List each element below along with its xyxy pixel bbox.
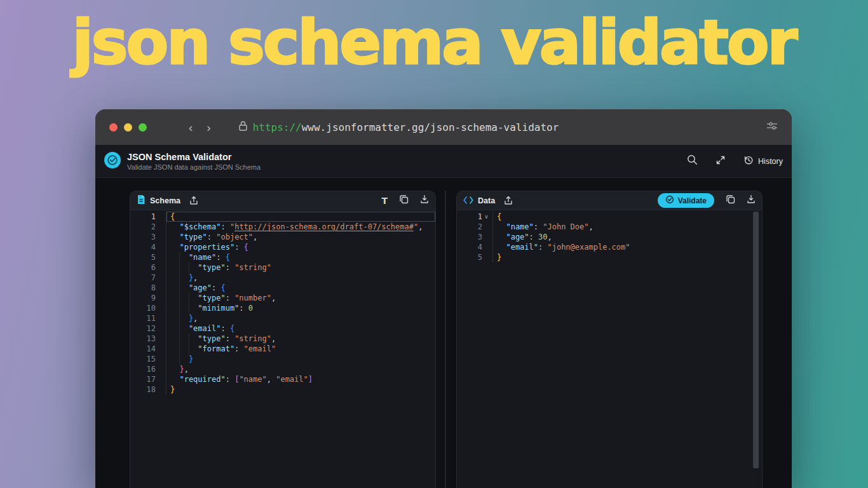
code-line[interactable]: 9 "type": "number",	[130, 293, 435, 303]
data-copy-button[interactable]	[726, 194, 735, 207]
data-editor[interactable]: 1∨{2 "name": "John Doe",3 "age": 30,4 "e…	[457, 210, 762, 488]
code-line[interactable]: 18}	[130, 384, 435, 395]
line-number: 14	[130, 344, 166, 354]
history-button[interactable]: History	[743, 155, 783, 167]
schema-editor[interactable]: 1{2 "$schema": "http://json-schema.org/d…	[130, 210, 435, 488]
code-line[interactable]: 12 "email": {	[130, 323, 435, 334]
search-icon[interactable]	[687, 154, 698, 168]
code-line[interactable]: 3 "age": 30,	[457, 232, 762, 242]
app-header: JSON Schema Validator Validate JSON data…	[95, 145, 792, 178]
schema-panel-header: Schema T	[130, 191, 435, 210]
code-line[interactable]: 3 "type": "object",	[130, 232, 435, 242]
schema-download-button[interactable]	[420, 194, 429, 207]
scrollbar-thumb[interactable]	[753, 212, 759, 468]
code-line[interactable]: 11 },	[130, 313, 435, 323]
back-icon[interactable]: ‹	[189, 121, 193, 133]
code-line[interactable]: 10 "minimum": 0	[130, 303, 435, 313]
schema-panel: Schema T 1{2 "$schema": "http://json-sch…	[130, 191, 436, 488]
schema-upload-button[interactable]	[189, 196, 198, 205]
browser-window: ‹ › https://www.jsonformatter.gg/json-sc…	[95, 109, 792, 488]
browser-titlebar: ‹ › https://www.jsonformatter.gg/json-sc…	[95, 109, 792, 145]
code-line[interactable]: 2 "$schema": "http://json-schema.org/dra…	[130, 222, 435, 232]
forward-icon[interactable]: ›	[207, 121, 210, 133]
code-line[interactable]: 2 "name": "John Doe",	[457, 222, 762, 232]
data-upload-button[interactable]	[504, 196, 513, 205]
history-label: History	[758, 157, 783, 166]
code-line[interactable]: 7 },	[130, 273, 435, 283]
code-line[interactable]: 6 "type": "string"	[130, 262, 435, 273]
code-brackets-icon	[463, 195, 473, 207]
fold-chevron-icon[interactable]: ∨	[482, 212, 491, 222]
line-number: 10	[130, 303, 166, 313]
code-line[interactable]: 16 },	[130, 364, 435, 374]
line-number: 4	[130, 242, 166, 252]
line-number: 1	[130, 212, 166, 222]
data-panel-title: Data	[478, 196, 495, 205]
code-line[interactable]: 1{	[130, 212, 435, 222]
window-control-maximize[interactable]	[139, 123, 147, 132]
line-number: 3	[457, 232, 493, 242]
code-line[interactable]: 5 "name": {	[130, 252, 435, 262]
code-line[interactable]: 14 "format": "email"	[130, 344, 435, 354]
code-line[interactable]: 5}	[457, 252, 762, 262]
data-download-button[interactable]	[747, 194, 756, 207]
line-number: 2	[457, 222, 493, 232]
code-line[interactable]: 13 "type": "string",	[130, 334, 435, 344]
line-number: 2	[130, 222, 166, 232]
line-number: 9	[130, 293, 166, 303]
line-number: 17	[130, 374, 166, 384]
expand-icon[interactable]	[715, 155, 726, 168]
code-line[interactable]: 1∨{	[457, 212, 762, 222]
app-title: JSON Schema Validator	[127, 152, 261, 162]
browser-settings-button[interactable]	[766, 121, 778, 133]
address-bar[interactable]: https://www.jsonformatter.gg/json-schema…	[239, 121, 559, 133]
line-number: 6	[130, 262, 166, 273]
line-number: 8	[130, 283, 166, 293]
line-number: 5	[130, 252, 166, 262]
schema-file-icon	[137, 194, 146, 207]
line-number: 11	[130, 313, 166, 323]
history-icon	[743, 155, 754, 167]
schema-copy-button[interactable]	[399, 194, 409, 207]
line-number: 4	[457, 242, 493, 252]
app-content: Schema T 1{2 "$schema": "http://json-sch…	[95, 178, 792, 488]
window-control-close[interactable]	[109, 123, 118, 132]
line-number: 15	[130, 354, 166, 364]
app-subtitle: Validate JSON data against JSON Schema	[127, 163, 261, 171]
panel-resizer[interactable]	[445, 191, 446, 488]
data-panel-header: Data Validate	[457, 191, 762, 210]
page-title: json schema validator	[0, 6, 868, 78]
format-text-button[interactable]: T	[381, 196, 388, 206]
url-scheme: https://	[253, 121, 302, 133]
window-control-minimize[interactable]	[124, 123, 132, 132]
validate-check-icon	[665, 195, 674, 206]
code-line[interactable]: 4 "properties": {	[130, 242, 435, 252]
code-line[interactable]: 4 "email": "john@example.com"	[457, 242, 762, 252]
code-line[interactable]: 8 "age": {	[130, 283, 435, 293]
line-number: 1∨	[457, 212, 493, 222]
line-number: 13	[130, 334, 166, 344]
line-number: 18	[130, 384, 166, 395]
url-text: www.jsonformatter.gg/json-schema-validat…	[302, 121, 559, 133]
schema-panel-title: Schema	[150, 196, 180, 205]
line-number: 3	[130, 232, 166, 242]
tune-icon	[766, 121, 778, 133]
code-line[interactable]: 15 }	[130, 354, 435, 364]
line-number: 16	[130, 364, 166, 374]
window-controls	[109, 123, 147, 132]
line-number: 7	[130, 273, 166, 283]
lock-icon	[239, 121, 247, 133]
app-logo-icon	[104, 152, 121, 171]
validate-button[interactable]: Validate	[658, 193, 714, 208]
line-number: 5	[457, 252, 493, 262]
line-number: 12	[130, 323, 166, 334]
code-line[interactable]: 17 "required": ["name", "email"]	[130, 374, 435, 384]
data-panel: Data Validate	[456, 191, 763, 488]
